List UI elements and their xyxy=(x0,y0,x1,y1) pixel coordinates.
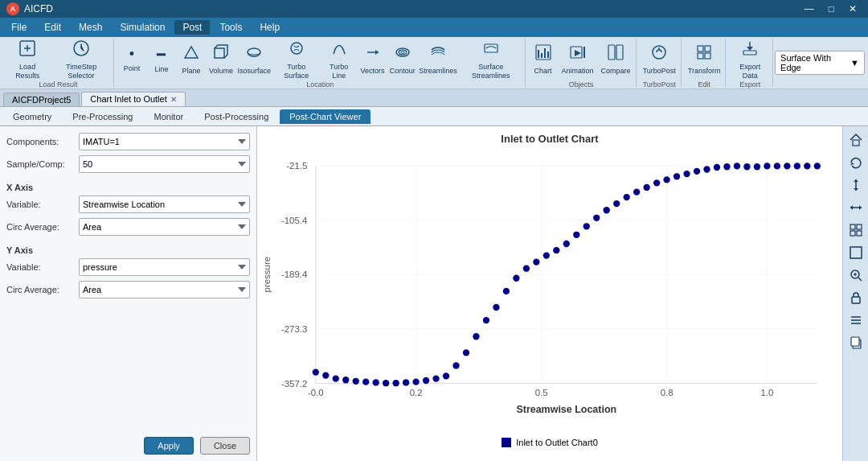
svg-point-67 xyxy=(483,317,489,323)
svg-point-74 xyxy=(553,247,559,253)
project-tabs: AICFDProject5 Chart Inlet to Outlet ✕ xyxy=(0,89,868,107)
view-dropdown[interactable]: Surface With Edge ▼ xyxy=(775,51,865,75)
turbopost-button[interactable]: TurboPost xyxy=(640,39,679,80)
svg-point-89 xyxy=(703,166,710,172)
chart-legend: Inlet to Outlet Chart0 xyxy=(257,434,842,451)
turbo-line-button[interactable]: Turbo Line xyxy=(321,39,358,80)
x-circ-label: Circ Average: xyxy=(6,222,79,232)
svg-point-76 xyxy=(573,232,579,238)
svg-point-92 xyxy=(734,163,740,169)
menu-item-mesh[interactable]: Mesh xyxy=(71,20,110,35)
tab-post-chart-viewer[interactable]: Post-Chart Viewer xyxy=(280,109,371,124)
y-axis-label: pressure xyxy=(262,257,272,293)
plane-button[interactable]: Plane xyxy=(177,39,206,80)
svg-point-57 xyxy=(383,380,389,386)
svg-point-84 xyxy=(653,179,660,186)
tab-post-processing[interactable]: Post-Processing xyxy=(194,109,278,124)
rt-fit-v-button[interactable] xyxy=(845,175,866,196)
line-button[interactable]: ━ Line xyxy=(147,39,176,80)
menu-item-tools[interactable]: Tools xyxy=(211,20,250,35)
project-tab-chart[interactable]: Chart Inlet to Outlet ✕ xyxy=(81,92,185,106)
titlebar-controls: — □ ✕ xyxy=(800,3,862,14)
components-select[interactable]: IMATU=1 xyxy=(79,133,250,150)
svg-point-60 xyxy=(412,378,419,385)
rt-zoom-button[interactable] xyxy=(845,265,866,286)
rt-home-button[interactable] xyxy=(845,130,866,150)
y-circ-row: Circ Average: Area xyxy=(6,281,250,298)
timestep-icon xyxy=(72,39,90,61)
close-tab-icon[interactable]: ✕ xyxy=(170,95,177,104)
svg-text:-189.4: -189.4 xyxy=(281,270,308,279)
x-variable-row: Variable: Streamwise Location xyxy=(6,196,250,213)
svg-point-88 xyxy=(694,168,700,175)
timestep-selector-button[interactable]: TimeStep Selector xyxy=(51,39,112,80)
project-tab-aicfd[interactable]: AICFDProject5 xyxy=(3,93,80,106)
toolbar-group-load-result: Load Results TimeStep Selector Load Resu… xyxy=(3,39,114,87)
minimize-button[interactable]: — xyxy=(800,3,819,14)
surface-streamlines-button[interactable]: Surface Streamlines xyxy=(459,39,523,80)
close-window-button[interactable]: ✕ xyxy=(844,3,862,14)
isosurface-button[interactable]: Isosurface xyxy=(236,39,272,80)
volume-button[interactable]: Volume xyxy=(207,39,235,80)
turbo-surface-button[interactable]: Turbo Surface xyxy=(273,39,320,80)
menubar: FileEditMeshSimulationPostToolsHelp xyxy=(0,18,868,37)
streamlines-button[interactable]: Streamlines xyxy=(418,39,458,80)
menu-item-help[interactable]: Help xyxy=(252,20,288,35)
legend-label: Inlet to Outlet Chart0 xyxy=(516,438,598,447)
menu-item-file[interactable]: File xyxy=(3,20,35,35)
svg-rect-27 xyxy=(743,51,756,55)
svg-rect-109 xyxy=(850,224,855,229)
rt-box-button[interactable] xyxy=(845,242,866,263)
svg-point-62 xyxy=(432,375,439,381)
svg-point-9 xyxy=(401,51,404,54)
toolbar-group-location: • Point ━ Line Plane Volume xyxy=(116,39,526,87)
maximize-button[interactable]: □ xyxy=(824,3,839,14)
svg-point-56 xyxy=(373,379,379,385)
svg-point-71 xyxy=(523,265,530,272)
rt-fit-h-button[interactable] xyxy=(845,197,866,218)
turbopost-group-label: TurboPost xyxy=(640,80,679,90)
apply-button[interactable]: Apply xyxy=(144,437,194,455)
svg-point-100 xyxy=(814,163,821,169)
svg-point-58 xyxy=(392,380,399,386)
load-results-button[interactable]: Load Results xyxy=(5,39,50,80)
svg-point-79 xyxy=(604,207,610,213)
transform-button[interactable]: Transform xyxy=(685,39,724,80)
export-data-button[interactable]: Export Data xyxy=(729,39,771,80)
menu-item-simulation[interactable]: Simulation xyxy=(112,20,173,35)
titlebar: A AICFD — □ ✕ xyxy=(0,0,868,18)
close-panel-button[interactable]: Close xyxy=(200,437,250,455)
chart-container: -21.5 -105.4 -189.4 -273.3 -357.2 -0.0 0… xyxy=(257,148,842,434)
tab-geometry[interactable]: Geometry xyxy=(3,109,61,124)
svg-point-78 xyxy=(593,215,600,221)
rt-grid-button[interactable] xyxy=(845,220,866,241)
vectors-button[interactable]: Vectors xyxy=(358,39,387,80)
svg-point-94 xyxy=(754,163,760,170)
rt-list-button[interactable] xyxy=(845,310,866,331)
tab-pre-processing[interactable]: Pre-Processing xyxy=(63,109,142,124)
sample-select[interactable]: 50 xyxy=(79,155,250,173)
rt-copy-button[interactable] xyxy=(845,332,866,353)
x-circ-select[interactable]: Area xyxy=(79,218,250,236)
svg-text:-0.0: -0.0 xyxy=(308,388,324,397)
y-circ-select[interactable]: Area xyxy=(79,281,250,298)
tab-monitor[interactable]: Monitor xyxy=(145,109,194,124)
menu-item-edit[interactable]: Edit xyxy=(36,20,69,35)
x-circ-row: Circ Average: Area xyxy=(6,218,250,236)
y-axis-header: Y Axis xyxy=(6,245,250,255)
rt-lock-button[interactable] xyxy=(845,287,866,308)
objects-group-label: Objects xyxy=(529,80,634,90)
y-variable-select[interactable]: pressure xyxy=(79,258,250,276)
svg-point-70 xyxy=(513,275,519,282)
x-variable-select[interactable]: Streamwise Location xyxy=(79,196,250,213)
edit-group-label: Edit xyxy=(685,80,724,90)
animation-button[interactable]: Animation xyxy=(559,39,597,80)
point-button[interactable]: • Point xyxy=(117,39,146,80)
legend-square xyxy=(502,438,511,447)
chart-button[interactable]: Chart xyxy=(529,39,558,80)
compare-button[interactable]: Compare xyxy=(598,39,634,80)
menu-item-post[interactable]: Post xyxy=(174,20,210,35)
rt-refresh-button[interactable] xyxy=(845,152,866,173)
contour-button[interactable]: Contour xyxy=(388,39,417,80)
x-axis-label: Streamwise Location xyxy=(516,404,616,415)
